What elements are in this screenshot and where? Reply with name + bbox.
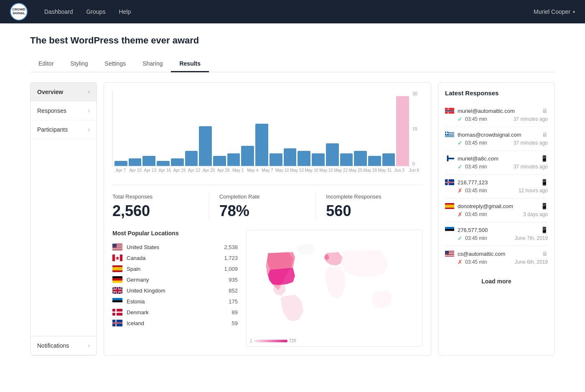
- svg-rect-26: [112, 298, 122, 300]
- latest-responses-title: Latest Responses: [445, 89, 548, 97]
- status-ok-icon: ✓: [458, 140, 463, 146]
- chart-bar-5: [185, 151, 198, 166]
- location-name-7: Iceland: [127, 320, 228, 326]
- stat-total-label: Total Responses: [112, 193, 199, 200]
- page-title: The best WordPress theme ever award: [30, 35, 555, 46]
- chart-bar-13: [298, 151, 310, 166]
- x-label-5: Apr 22: [187, 168, 201, 173]
- location-name-4: United Kingdom: [127, 288, 224, 294]
- stat-incomplete-value: 560: [326, 202, 412, 220]
- flag-dk: [112, 309, 122, 316]
- chart-bar-19: [382, 153, 395, 166]
- sidebar-item-participants[interactable]: Participants ›: [31, 120, 97, 139]
- chart-bar-18: [368, 156, 381, 166]
- user-menu[interactable]: Muriel Cooper ▾: [534, 8, 575, 15]
- response-item-5[interactable]: 276,577,500 📱 ✓ 03:45 min June 7th, 2019: [445, 222, 548, 246]
- response-ago-3: 12 hours ago: [519, 188, 548, 193]
- response-ago-0: 37 minutes ago: [514, 116, 548, 122]
- svg-rect-25: [112, 290, 122, 291]
- sidebar-item-responses[interactable]: Responses ›: [31, 102, 97, 120]
- sidebar-item-notifications[interactable]: Notifications ›: [31, 336, 97, 355]
- locations-panel: Most Popular Locations United States 2,5…: [112, 230, 238, 347]
- chart-bar-0: [114, 161, 127, 166]
- chevron-right-icon: ›: [88, 343, 90, 349]
- map-legend: 1 728: [250, 339, 296, 343]
- main-content: Overview › Responses › Participants › No…: [30, 82, 555, 356]
- chart-bar-3: [157, 161, 170, 166]
- location-row-3: Germany 935: [112, 274, 238, 285]
- response-item-6[interactable]: cs@automattic.com 🖥 ✗ 03:45 min June 6th…: [445, 246, 548, 270]
- chart-bar-14: [312, 153, 325, 166]
- tab-styling[interactable]: Styling: [62, 56, 97, 72]
- tab-editor[interactable]: Editor: [30, 56, 62, 72]
- response-flag-3: [445, 179, 454, 185]
- response-time-2: 03:45 min: [465, 164, 487, 170]
- nav-dashboard[interactable]: Dashboard: [44, 8, 73, 15]
- tab-sharing[interactable]: Sharing: [134, 56, 171, 72]
- chart-bar-6: [199, 126, 212, 166]
- x-label-10: May 7: [261, 168, 274, 173]
- chart-bar-8: [227, 153, 240, 166]
- legend-gradient: [254, 340, 287, 342]
- response-flag-0: [445, 108, 454, 114]
- nav-help[interactable]: Help: [119, 8, 131, 15]
- location-row-2: Spain 1,009: [112, 263, 238, 274]
- load-more-button[interactable]: Load more: [445, 275, 548, 288]
- response-item-0[interactable]: muriel@automattic.com 🖥 ✓ 03:45 min 37 m…: [445, 103, 548, 127]
- status-err-icon: ✗: [458, 211, 463, 218]
- location-count-3: 935: [229, 277, 238, 283]
- user-name: Muriel Cooper: [534, 8, 570, 15]
- chevron-down-icon: ▾: [573, 10, 575, 14]
- stat-total-value: 2,560: [112, 202, 199, 220]
- svg-rect-69: [445, 254, 454, 255]
- sidebar: Overview › Responses › Participants › No…: [30, 82, 97, 356]
- response-time-5: 03:45 min: [465, 235, 487, 241]
- svg-rect-16: [112, 281, 122, 283]
- location-count-6: 89: [232, 309, 238, 316]
- sidebar-item-overview[interactable]: Overview ›: [31, 83, 97, 102]
- response-item-3[interactable]: 216,777,123 📱 ✗ 03:45 min 12 hours ago: [445, 175, 548, 199]
- location-count-2: 1,009: [224, 266, 238, 272]
- chart-bar-11: [270, 153, 282, 166]
- response-flag-6: [445, 251, 454, 257]
- svg-rect-47: [445, 136, 454, 137]
- svg-rect-7: [112, 244, 117, 247]
- chart-bar-12: [284, 148, 297, 166]
- map-svg: [252, 235, 417, 333]
- svg-rect-15: [112, 278, 122, 280]
- desktop-icon: 🖥: [542, 250, 548, 257]
- chart-bar-15: [326, 143, 339, 166]
- stat-completion-rate: Completion Rate 78%: [209, 193, 316, 220]
- nav-groups[interactable]: Groups: [86, 8, 106, 15]
- navbar: CROWDSIGNAL Dashboard Groups Help Muriel…: [0, 0, 585, 23]
- svg-rect-70: [445, 255, 454, 256]
- logo[interactable]: CROWDSIGNAL: [10, 3, 28, 20]
- svg-rect-31: [112, 312, 122, 313]
- x-label-13: May 16: [305, 168, 318, 173]
- svg-rect-6: [112, 249, 122, 250]
- location-name-0: United States: [127, 244, 220, 250]
- content-panel: 30 15 0 Apr 7Apr 10Apr 13Apr 16Apr 19Apr…: [104, 82, 431, 356]
- status-ok-icon: ✓: [458, 163, 463, 170]
- location-name-2: Spain: [127, 266, 220, 272]
- response-ago-4: 3 days ago: [523, 211, 548, 217]
- tab-results[interactable]: Results: [171, 56, 209, 72]
- svg-rect-5: [112, 249, 122, 249]
- location-count-0: 2,538: [224, 244, 238, 250]
- chart-bar-7: [213, 156, 226, 166]
- sidebar-label-notifications: Notifications: [37, 342, 69, 349]
- chart-x-axis: Apr 7Apr 10Apr 13Apr 16Apr 19Apr 22Apr 2…: [112, 166, 422, 173]
- tab-settings[interactable]: Settings: [97, 56, 135, 72]
- x-label-15: May 22: [334, 168, 347, 173]
- response-flag-5: [445, 227, 454, 233]
- response-item-4[interactable]: donotreply@gmail.com 📱 ✗ 03:45 min 3 day…: [445, 199, 548, 222]
- response-item-2[interactable]: muriel@a8c.com 📱 ✓ 03:45 min 37 minutes …: [445, 151, 548, 175]
- response-email-6: cs@automattic.com: [458, 251, 539, 257]
- svg-rect-61: [445, 205, 454, 208]
- response-flag-4: [445, 203, 454, 209]
- response-email-4: donotreply@gmail.com: [458, 203, 537, 209]
- chart-bar-10: [255, 124, 268, 166]
- mobile-icon: 📱: [541, 203, 548, 209]
- chevron-right-icon: ›: [88, 108, 90, 114]
- response-item-1[interactable]: thomas@crowdsignal.com 🖥 ✓ 03:45 min 37 …: [445, 127, 548, 151]
